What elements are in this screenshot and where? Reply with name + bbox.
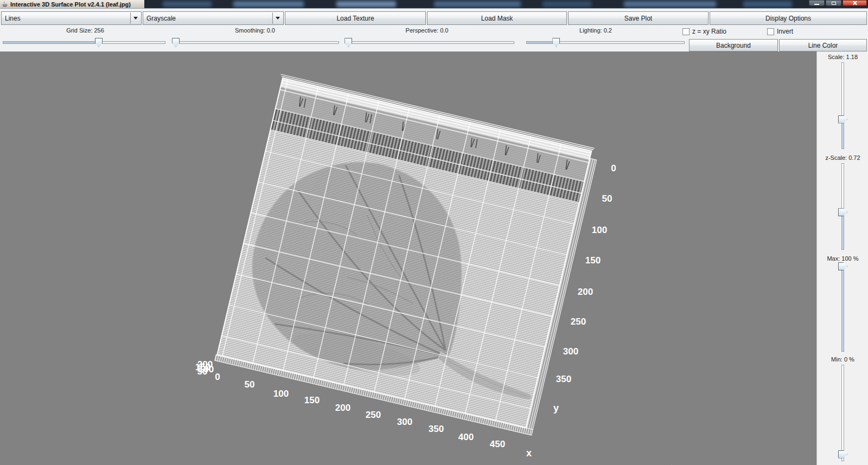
- x-axis-label: x: [526, 448, 532, 459]
- z-xy-ratio-label: z = xy Ratio: [692, 28, 726, 35]
- max-slider-thumb[interactable]: [838, 262, 847, 270]
- close-icon: [852, 1, 857, 5]
- x-tick-label: 300: [397, 417, 412, 428]
- x-tick-label: 50: [245, 379, 255, 390]
- maximize-icon: [832, 2, 836, 5]
- grid-size-label: Grid Size: 256: [66, 27, 104, 34]
- titlebar: Interactive 3D Surface Plot v2.4.1 (leaf…: [0, 0, 868, 8]
- y-tick-label: 300: [563, 346, 578, 357]
- grid-size-slider-thumb[interactable]: [95, 38, 103, 47]
- perspective-slider[interactable]: [345, 37, 514, 47]
- z-tick-label: 50: [197, 366, 208, 377]
- min-slider[interactable]: [837, 365, 850, 461]
- display-mode-value: Lines: [5, 15, 21, 22]
- y-tick-label: 150: [585, 255, 601, 266]
- x-tick-label: 350: [429, 424, 444, 435]
- control-panel: Lines Grayscale Load Texture Load Mask S…: [0, 8, 868, 51]
- combo-arrow-button[interactable]: [272, 12, 283, 24]
- perspective-label: Perspective: 0.0: [406, 27, 449, 34]
- color-scale-combobox[interactable]: Grayscale: [143, 11, 284, 25]
- lighting-label: Lighting: 0.2: [579, 27, 612, 34]
- x-tick-label: 450: [490, 439, 505, 450]
- chevron-down-icon: [276, 17, 280, 20]
- invert-checkbox-row: Invert: [767, 28, 793, 35]
- display-mode-combobox[interactable]: Lines: [1, 11, 142, 25]
- scale-slider[interactable]: [837, 62, 850, 149]
- min-label: Min: 0 %: [817, 356, 868, 363]
- taskbar-blur-item: [434, 1, 521, 7]
- taskbar-blur-item: [743, 1, 792, 7]
- combo-arrow-button[interactable]: [130, 12, 141, 24]
- plot-area[interactable]: 0 50 100 150 200 250 300 350 400 450 x 0…: [0, 51, 816, 465]
- x-tick-label: 250: [366, 410, 381, 421]
- y-tick-label: 50: [602, 193, 612, 204]
- color-scale-value: Grayscale: [146, 15, 176, 22]
- taskbar-blur-item: [542, 1, 591, 7]
- scale-slider-thumb[interactable]: [838, 115, 847, 124]
- taskbar-blur-item: [624, 1, 716, 7]
- taskbar-blur-item: [163, 1, 212, 7]
- x-tick-label: 400: [458, 432, 474, 443]
- save-plot-button[interactable]: Save Plot: [568, 11, 709, 25]
- taskbar-blur-item: [336, 1, 396, 7]
- y-axis-label: y: [553, 403, 559, 414]
- perspective-slider-thumb[interactable]: [344, 38, 352, 47]
- maximize-button[interactable]: [826, 0, 841, 6]
- y-tick-label: 350: [556, 374, 571, 385]
- smoothing-slider[interactable]: [173, 37, 339, 47]
- y-tick-label: 200: [578, 287, 593, 298]
- x-tick-label: 150: [304, 395, 320, 406]
- load-texture-button[interactable]: Load Texture: [285, 11, 426, 25]
- max-slider[interactable]: [837, 264, 850, 352]
- zscale-slider-thumb[interactable]: [838, 208, 847, 216]
- grid-size-slider[interactable]: [3, 37, 165, 47]
- smoothing-label: Smoothing: 0.0: [235, 27, 275, 34]
- load-mask-button[interactable]: Load Mask: [427, 11, 567, 25]
- smoothing-slider-thumb[interactable]: [172, 38, 180, 47]
- display-options-button[interactable]: Display Options: [710, 11, 867, 25]
- y-tick-label: 250: [571, 317, 586, 327]
- minimize-icon: [814, 4, 819, 5]
- close-button[interactable]: [843, 0, 867, 6]
- zscale-label: z-Scale: 0.72: [817, 154, 868, 161]
- surface-plot-canvas[interactable]: [0, 51, 816, 465]
- z-xy-ratio-checkbox-row: z = xy Ratio: [682, 28, 726, 35]
- y-tick-label: 0: [611, 163, 616, 174]
- invert-checkbox[interactable]: [767, 28, 774, 35]
- lighting-slider[interactable]: [526, 37, 685, 47]
- invert-label: Invert: [777, 28, 793, 35]
- java-app-icon: [2, 1, 8, 8]
- minimize-button[interactable]: [809, 0, 825, 6]
- y-tick-label: 100: [592, 225, 607, 236]
- max-label: Max: 100 %: [817, 255, 868, 262]
- background-color-button[interactable]: Background: [689, 39, 778, 51]
- line-color-button[interactable]: Line Color: [779, 39, 867, 51]
- taskbar-blur-item: [233, 1, 304, 7]
- scale-label: Scale: 1.18: [817, 54, 868, 60]
- chevron-down-icon: [133, 17, 138, 20]
- watermark: 知乎 @Treasure琛: [625, 461, 816, 465]
- x-tick-label: 0: [215, 372, 220, 383]
- zscale-slider[interactable]: [837, 163, 850, 250]
- titlebar-title-area: Interactive 3D Surface Plot v2.4.1 (leaf…: [0, 0, 144, 8]
- scale-sidebar: Scale: 1.18 z-Scale: 0.72 Max: 100 % Min…: [816, 51, 868, 465]
- z-xy-ratio-checkbox[interactable]: [682, 28, 690, 35]
- min-slider-thumb[interactable]: [838, 450, 847, 458]
- x-tick-label: 200: [335, 403, 350, 414]
- window-title: Interactive 3D Surface Plot v2.4.1 (leaf…: [10, 1, 131, 8]
- lighting-slider-thumb[interactable]: [552, 38, 560, 47]
- x-tick-label: 100: [273, 389, 289, 399]
